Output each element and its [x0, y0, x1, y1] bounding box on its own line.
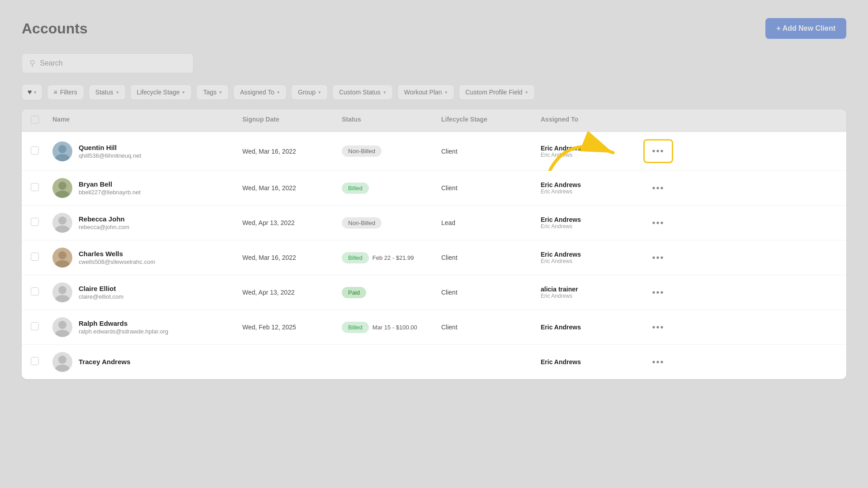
signup-date: Wed, Apr 13, 2022: [242, 289, 342, 296]
row-checkbox[interactable]: [31, 322, 39, 330]
client-cell: Bryan Bell bbell227@llebnayrb.net: [52, 178, 242, 198]
row-checkbox[interactable]: [31, 287, 39, 296]
assigned-filter-label: Assigned To: [240, 89, 274, 96]
select-all-checkbox[interactable]: [31, 116, 39, 124]
custom-status-filter-label: Custom Status: [339, 89, 381, 96]
group-filter-button[interactable]: Group ▾: [291, 84, 328, 100]
tags-filter-button[interactable]: Tags ▾: [196, 84, 229, 100]
row-checkbox[interactable]: [31, 357, 39, 365]
chevron-down-icon: ▾: [182, 89, 185, 95]
assigned-filter-button[interactable]: Assigned To ▾: [233, 84, 287, 100]
lifecycle-cell: Client: [441, 148, 541, 155]
table-row: Ralph Edwards ralph.edwards@sdrawde.hpla…: [22, 310, 846, 345]
svg-point-14: [55, 365, 70, 372]
status-cell: Paid: [342, 287, 441, 298]
avatar: [52, 248, 72, 267]
more-options-button[interactable]: •••: [648, 320, 668, 334]
signup-date: Wed, Apr 13, 2022: [242, 219, 342, 226]
filter-icon: ≡: [54, 89, 57, 96]
client-email: bbell227@llebnayrb.net: [79, 189, 141, 196]
status-filter-button[interactable]: Status ▾: [89, 84, 126, 100]
assigned-cell: Eric Andrews Eric Andrews: [541, 145, 640, 158]
client-name: Ralph Edwards: [79, 319, 168, 327]
lifecycle-filter-label: Lifecycle Stage: [137, 89, 180, 96]
client-cell: Rebecca John rebecca@john.com: [52, 213, 242, 233]
svg-point-12: [55, 330, 70, 337]
more-options-button[interactable]: •••: [648, 181, 668, 195]
client-info: Rebecca John rebecca@john.com: [79, 215, 129, 230]
chevron-down-icon: ▾: [277, 89, 280, 95]
page-title: Accounts: [22, 20, 88, 37]
client-name: Bryan Bell: [79, 180, 141, 188]
custom-profile-filter-button[interactable]: Custom Profile Field ▾: [459, 84, 535, 100]
avatar: [52, 213, 72, 233]
row-checkbox[interactable]: [31, 183, 39, 191]
workout-filter-label: Workout Plan: [404, 89, 442, 96]
col-assigned: Assigned To: [541, 116, 640, 125]
search-input[interactable]: [40, 59, 186, 67]
heart-icon: ♥: [28, 88, 32, 96]
lifecycle-cell: Client: [441, 324, 541, 331]
status-badge: Billed: [342, 183, 369, 194]
signup-date: Wed, Mar 16, 2022: [242, 254, 342, 261]
row-checkbox[interactable]: [31, 146, 39, 155]
assigned-name: Eric Andrews: [541, 324, 640, 331]
assigned-sub: Eric Andrews: [541, 188, 640, 195]
page-header: Accounts + Add New Client: [22, 18, 846, 39]
lifecycle-cell: Lead: [441, 219, 541, 226]
more-options-button[interactable]: •••: [643, 139, 673, 163]
col-name: Name: [52, 116, 242, 125]
search-input-wrap: ⚲: [22, 53, 193, 73]
client-info: Tracey Andrews: [79, 358, 131, 366]
avatar: [52, 178, 72, 198]
client-email: claire@elliot.com: [79, 293, 123, 300]
client-name: Rebecca John: [79, 215, 129, 223]
status-cell: Billed Mar 15 - $100.00: [342, 322, 441, 333]
filters-button[interactable]: ≡ Filters: [47, 84, 84, 100]
client-email: qhill538@llihnitneuq.net: [79, 152, 141, 159]
workout-filter-button[interactable]: Workout Plan ▾: [397, 84, 454, 100]
client-info: Bryan Bell bbell227@llebnayrb.net: [79, 180, 141, 196]
svg-point-9: [58, 286, 66, 294]
status-badge: Billed: [342, 322, 369, 333]
svg-point-4: [55, 191, 70, 198]
assigned-name: Eric Andrews: [541, 145, 640, 152]
group-filter-label: Group: [298, 89, 316, 96]
avatar: [52, 141, 72, 161]
tags-filter-label: Tags: [203, 89, 217, 96]
more-icon: •••: [652, 146, 664, 156]
favorites-button[interactable]: ♥ ▾: [22, 84, 42, 100]
assigned-name: Eric Andrews: [541, 181, 640, 188]
table-row: Claire Elliot claire@elliot.com Wed, Apr…: [22, 275, 846, 310]
more-options-button[interactable]: •••: [648, 251, 668, 265]
assigned-sub: Eric Andrews: [541, 293, 640, 299]
search-container: ⚲: [22, 53, 846, 73]
lifecycle-cell: Client: [441, 184, 541, 192]
svg-point-8: [55, 260, 70, 267]
row-checkbox[interactable]: [31, 253, 39, 261]
client-cell: Claire Elliot claire@elliot.com: [52, 282, 242, 302]
assigned-name: Eric Andrews: [541, 216, 640, 223]
signup-date: Wed, Mar 16, 2022: [242, 184, 342, 192]
table-row: Bryan Bell bbell227@llebnayrb.net Wed, M…: [22, 171, 846, 206]
assigned-cell: Eric Andrews Eric Andrews: [541, 216, 640, 230]
avatar: [52, 317, 72, 337]
assigned-name: Eric Andrews: [541, 251, 640, 258]
assigned-sub: Eric Andrews: [541, 152, 640, 158]
add-client-button[interactable]: + Add New Client: [765, 18, 846, 39]
table-row: Tracey Andrews Eric Andrews •••: [22, 345, 846, 379]
client-info: Charles Wells cwells508@sllewselrahc.com: [79, 250, 155, 265]
custom-status-filter-button[interactable]: Custom Status ▾: [332, 84, 393, 100]
row-checkbox[interactable]: [31, 218, 39, 226]
client-name: Tracey Andrews: [79, 358, 131, 366]
client-cell: Ralph Edwards ralph.edwards@sdrawde.hpla…: [52, 317, 242, 337]
lifecycle-cell: Client: [441, 289, 541, 296]
more-options-button[interactable]: •••: [648, 216, 668, 230]
chevron-down-icon: ▾: [525, 89, 528, 95]
more-options-button[interactable]: •••: [648, 355, 668, 369]
more-options-button[interactable]: •••: [648, 286, 668, 300]
chevron-down-icon: ▾: [445, 89, 448, 95]
assigned-name: alicia trainer: [541, 286, 640, 293]
lifecycle-filter-button[interactable]: Lifecycle Stage ▾: [130, 84, 192, 100]
status-cell: Billed Feb 22 - $21.99: [342, 252, 441, 263]
